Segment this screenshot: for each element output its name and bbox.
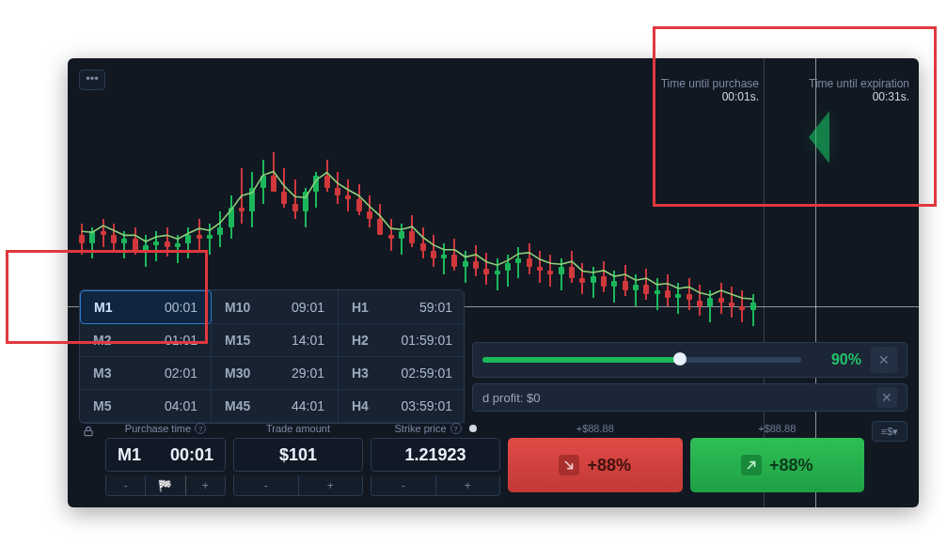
trade-bar: Purchase time? M1 00:01 - 🏁 + Trade amou…: [79, 423, 908, 496]
timeframe-H2[interactable]: H201:59:01: [339, 324, 466, 357]
purchase-time-flag-icon[interactable]: 🏁: [146, 475, 185, 495]
close-slider-button[interactable]: ✕: [871, 347, 897, 373]
timeframe-H1[interactable]: H159:01: [339, 290, 466, 324]
trade-amount-stepper: - +: [233, 475, 363, 496]
purchase-time-label: Purchase time?: [105, 423, 226, 434]
timeframe-M1[interactable]: M100:01: [80, 290, 212, 324]
timeframe-M2[interactable]: M201:01: [80, 324, 212, 357]
strike-price-stepper: - +: [371, 475, 500, 496]
trade-amount-minus[interactable]: -: [234, 475, 299, 495]
timer-purchase-value: 00:01s.: [627, 90, 759, 103]
timeframe-M3[interactable]: M302:01: [80, 357, 212, 390]
timeframe-M10[interactable]: M1009:01: [212, 290, 339, 324]
timeframe-M30[interactable]: M3029:01: [212, 357, 339, 390]
svg-rect-0: [85, 430, 92, 435]
close-profit-button[interactable]: ✕: [876, 387, 897, 408]
lock-icon: [79, 423, 98, 496]
payout-percent: 90%: [811, 351, 861, 368]
arrow-down-right-icon: [559, 455, 579, 475]
more-menu-button[interactable]: •••: [79, 70, 105, 90]
purchase-time-plus[interactable]: +: [186, 475, 225, 495]
trading-panel: ••• Time until purchase 00:01s. Time unt…: [68, 58, 919, 507]
help-icon[interactable]: ?: [450, 423, 462, 434]
buy-top-payout: +$88.88: [758, 423, 796, 434]
strike-price-plus[interactable]: +: [436, 475, 500, 495]
timeframe-H3[interactable]: H302:59:01: [339, 357, 466, 390]
profit-row: d profit: $0 ✕: [472, 383, 908, 412]
strike-price-minus[interactable]: -: [371, 475, 436, 495]
slider-knob[interactable]: [673, 352, 687, 366]
purchase-time-field[interactable]: M1 00:01: [105, 438, 226, 472]
strike-price-field[interactable]: 1.21923: [371, 438, 500, 472]
help-icon[interactable]: ?: [195, 423, 206, 434]
trade-amount-col: Trade amount $101 - +: [233, 423, 363, 496]
trade-amount-plus[interactable]: +: [299, 475, 363, 495]
timer-expiration-label: Time until expiration: [768, 77, 909, 90]
timer-purchase-label: Time until purchase: [627, 77, 759, 90]
trade-amount-field[interactable]: $101: [233, 438, 363, 472]
sell-button[interactable]: +$88.88 +88%: [508, 438, 683, 492]
dot-icon: [469, 425, 477, 432]
sell-top-payout: +$88.88: [576, 423, 614, 434]
purchase-time-stepper: - 🏁 +: [105, 475, 226, 496]
payout-slider[interactable]: [482, 357, 801, 363]
trade-amount-label: Trade amount: [233, 423, 363, 434]
profit-label: d profit: $0: [482, 391, 540, 405]
timer-expiration-value: 00:31s.: [768, 90, 909, 103]
timeframe-M45[interactable]: M4544:01: [212, 390, 339, 423]
buy-button[interactable]: +$88.88 +88%: [690, 438, 865, 492]
purchase-time-minus[interactable]: -: [106, 475, 146, 495]
timeframe-M15[interactable]: M1514:01: [212, 324, 339, 357]
arrow-up-right-icon: [741, 455, 762, 475]
timeframe-popup[interactable]: M100:01M1009:01H159:01M201:01M1514:01H20…: [79, 289, 465, 424]
timer-purchase: Time until purchase 00:01s.: [627, 77, 759, 103]
currency-selector[interactable]: ≡$▾: [872, 421, 908, 442]
payout-slider-row: 90% ✕: [472, 342, 908, 378]
strike-price-col: Strike price? 1.21923 - +: [371, 423, 500, 496]
timeframe-M5[interactable]: M504:01: [80, 390, 212, 423]
purchase-time-col: Purchase time? M1 00:01 - 🏁 +: [105, 423, 226, 496]
timer-expiration: Time until expiration 00:31s.: [768, 77, 909, 103]
strike-price-label: Strike price?: [371, 423, 500, 434]
timeframe-H4[interactable]: H403:59:01: [339, 390, 466, 423]
